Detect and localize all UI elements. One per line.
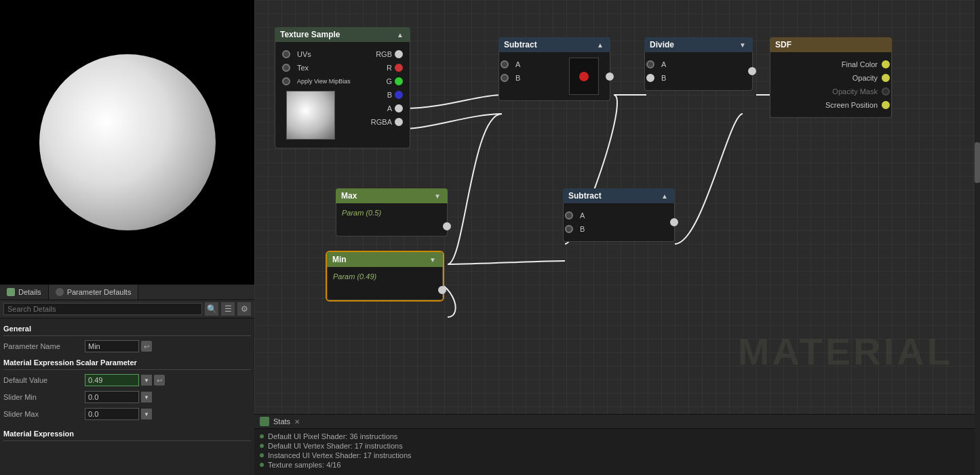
max-subtitle: Param (0.5) — [336, 206, 447, 220]
slider-max-arrow[interactable]: ▼ — [141, 409, 152, 419]
divide-expand[interactable]: ▼ — [738, 41, 747, 49]
sdf-body: Final Color Opacity Opacity Mask Screen … — [770, 52, 892, 118]
stats-bullet-0 — [260, 434, 264, 438]
node-row-tex: Tex — [281, 61, 362, 75]
slider-min-arrow[interactable]: ▼ — [141, 392, 152, 402]
divide-title: Divide — [650, 40, 674, 49]
pin-tex-in — [282, 64, 290, 72]
label-r: R — [387, 64, 392, 72]
node-texture-sample[interactable]: Texture Sample ▲ UVs Tex — [275, 27, 410, 148]
sdf-row-screen-pos: Screen Position — [770, 98, 891, 112]
slider-max-label: Slider Max — [3, 410, 85, 418]
stats-bullet-2 — [260, 453, 264, 457]
sub2-label-a: A — [580, 211, 585, 220]
scrollbar-thumb — [975, 142, 980, 183]
stats-item-0: Default UI Pixel Shader: 36 instructions — [260, 432, 975, 441]
right-area: MATERIAL Texture Sample ▲ — [254, 0, 980, 475]
subtract1-row-b: B — [499, 71, 569, 85]
prop-slider-min: Slider Min ▼ — [3, 390, 251, 405]
divide-header: Divide ▼ — [644, 37, 753, 52]
default-value-reset[interactable]: ↩ — [154, 375, 165, 386]
node-subtract-2[interactable]: Subtract ▲ A B — [563, 188, 675, 242]
pin-sub1-a-in — [501, 60, 509, 68]
pin-b-out — [395, 91, 403, 99]
node-row-mipbias: Apply View MipBias — [281, 75, 362, 88]
prop-parameter-name: Parameter Name ↩ — [3, 339, 251, 354]
tab-param-defaults-label: Parameter Defaults — [67, 288, 132, 296]
search-input[interactable] — [3, 303, 202, 315]
node-min[interactable]: Min ▼ Param (0.49) — [326, 251, 444, 302]
subtract2-header: Subtract ▲ — [563, 188, 675, 203]
sdf-row-opacity-mask: Opacity Mask — [770, 85, 891, 98]
slider-max-value: ▼ — [85, 408, 251, 420]
details-panel: Details Parameter Defaults 🔍 ☰ ⚙ General… — [0, 285, 254, 475]
stats-item-1: Default UI Vertex Shader: 17 instruction… — [260, 441, 975, 451]
stats-text-2: Instanced UI Vertex Shader: 17 instructi… — [268, 451, 412, 459]
prop-slider-max: Slider Max ▼ — [3, 407, 251, 421]
section-material-expression: Material Expression Scalar Parameter — [3, 356, 251, 370]
pin-min-out — [438, 286, 446, 294]
min-header: Min ▼ — [327, 252, 443, 267]
canvas-area[interactable]: MATERIAL Texture Sample ▲ — [254, 0, 980, 414]
divide-row-b: B — [645, 71, 745, 85]
pin-sdf-opacity — [882, 74, 890, 82]
stats-item-2: Instanced UI Vertex Shader: 17 instructi… — [260, 451, 975, 460]
subtract1-body: A B — [498, 52, 610, 101]
param-name-input[interactable] — [85, 340, 139, 352]
sub1-label-a: A — [515, 60, 520, 68]
sdf-label-screen-pos: Screen Position — [825, 101, 878, 109]
details-search-row: 🔍 ☰ ⚙ — [0, 300, 254, 318]
sdf-label-opacity-mask: Opacity Mask — [832, 87, 878, 96]
texture-sample-header: Texture Sample ▲ — [275, 27, 410, 42]
pin-div-a-in — [646, 60, 654, 68]
stats-bullet-3 — [260, 463, 264, 467]
slider-min-input[interactable] — [85, 391, 139, 403]
details-content: General Parameter Name ↩ Material Expres… — [0, 318, 254, 475]
texture-sample-expand[interactable]: ▲ — [395, 31, 405, 39]
scrollbar-right[interactable] — [975, 0, 980, 475]
param-name-reset[interactable]: ↩ — [141, 341, 152, 352]
stats-text-1: Default UI Vertex Shader: 17 instruction… — [268, 442, 403, 450]
label-rgba: RGBA — [371, 118, 392, 126]
node-row-rgba-out: RGBA — [362, 115, 404, 129]
details-tab-icon — [7, 288, 15, 296]
tab-parameter-defaults[interactable]: Parameter Defaults — [49, 285, 139, 300]
tab-details-label: Details — [18, 288, 41, 296]
slider-min-value: ▼ — [85, 391, 251, 403]
sdf-row-final-color: Final Color — [770, 58, 891, 71]
stats-close[interactable]: ✕ — [294, 418, 300, 426]
node-row-g-out: G — [362, 75, 404, 88]
section-general: General — [3, 322, 251, 336]
sdf-label-opacity: Opacity — [852, 74, 878, 82]
node-divide[interactable]: Divide ▼ A B — [644, 37, 753, 91]
default-value-arrow[interactable]: ▼ — [141, 375, 152, 386]
search-button[interactable]: 🔍 — [205, 302, 218, 316]
texture-preview — [286, 91, 335, 140]
stats-content: Default UI Pixel Shader: 36 instructions… — [254, 429, 980, 475]
subtract2-expand[interactable]: ▲ — [660, 192, 669, 200]
slider-min-label: Slider Min — [3, 393, 85, 401]
node-max[interactable]: Max ▼ Param (0.5) — [336, 188, 448, 236]
details-tabs: Details Parameter Defaults — [0, 285, 254, 300]
slider-max-input[interactable] — [85, 408, 139, 420]
subtract1-preview — [569, 58, 599, 95]
pin-a-out — [395, 104, 403, 112]
prop-default-value: Default Value ▼ ↩ — [3, 373, 251, 388]
default-value-input[interactable] — [85, 374, 139, 386]
left-panel: Details Parameter Defaults 🔍 ☰ ⚙ General… — [0, 0, 254, 475]
label-g: G — [386, 77, 392, 85]
list-view-button[interactable]: ☰ — [221, 302, 235, 316]
min-expand[interactable]: ▼ — [428, 256, 437, 264]
node-sdf[interactable]: SDF Final Color Opacity Opacity Mask — [770, 37, 892, 118]
stats-bar: Stats ✕ Default UI Pixel Shader: 36 inst… — [254, 414, 980, 475]
tab-details[interactable]: Details — [0, 285, 49, 300]
subtract1-expand[interactable]: ▲ — [595, 41, 605, 49]
stats-bullet-1 — [260, 444, 264, 448]
stats-icon — [260, 417, 269, 426]
max-expand[interactable]: ▼ — [433, 192, 442, 200]
settings-button[interactable]: ⚙ — [237, 302, 251, 316]
subtract1-header: Subtract ▲ — [498, 37, 610, 52]
pin-sdf-final-color — [882, 60, 890, 68]
node-subtract-1[interactable]: Subtract ▲ A B — [498, 37, 610, 101]
preview-area — [0, 0, 254, 285]
